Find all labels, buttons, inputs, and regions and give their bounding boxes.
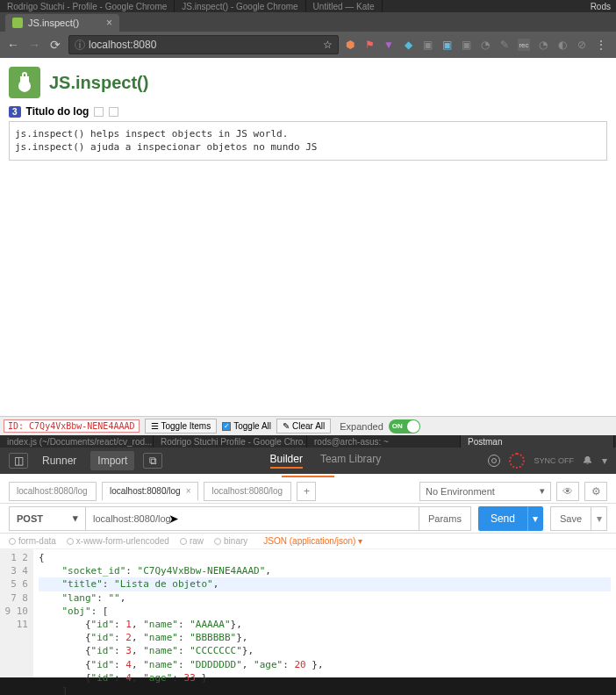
info-icon[interactable]: i (75, 39, 85, 50)
list-icon: ☰ (151, 421, 159, 431)
import-button[interactable]: Import (90, 451, 134, 470)
ext-icon[interactable]: rec (518, 39, 530, 51)
log-body: js.inspect() helps inspect objects in JS… (9, 121, 607, 161)
os-task[interactable]: rods@arch-asus: ~ (307, 435, 461, 448)
ext-icon[interactable]: ▣ (460, 39, 472, 51)
editor-code[interactable]: { "socket_id": "C7Qy4VxBbw-NENE4AAAD", "… (33, 549, 616, 677)
favicon-icon (12, 18, 23, 28)
chevron-down-icon[interactable]: ▾ (602, 455, 607, 467)
expanded-switch[interactable]: ON (389, 419, 420, 433)
postman-header: ◫ Runner Import ⧉ Builder Team Library S… (0, 448, 616, 474)
jsinspect-title: JS.inspect() (49, 73, 148, 93)
url-input[interactable]: i localhost:8080 ☆ (68, 35, 339, 54)
close-icon[interactable]: × (186, 486, 191, 496)
ext-icon[interactable]: ◐ (556, 39, 569, 51)
toggle-all-label: Toggle All (233, 421, 271, 431)
star-icon[interactable]: ☆ (323, 39, 333, 51)
extension-icons: ⬢ ⚑ ▼ ◆ ▣ ▣ ▣ ◔ ✎ rec ◔ ◐ ⊘ ⋮ (344, 39, 611, 51)
forward-icon[interactable]: → (26, 37, 42, 53)
body-type-urlencoded[interactable]: x-www-form-urlencoded (67, 536, 169, 546)
chrome-tab-bar: JS.inspect() × (0, 12, 616, 32)
send-caret[interactable]: ▾ (527, 506, 543, 531)
back-icon[interactable]: ← (5, 37, 21, 53)
close-icon[interactable]: × (106, 17, 112, 29)
os-task[interactable]: Untitled — Kate (306, 0, 383, 12)
ext-icon[interactable]: ⚑ (363, 39, 376, 51)
request-url-input[interactable]: localhost:8080/log (86, 506, 419, 531)
log-title-row: 3 Titulo do log (9, 105, 607, 118)
log-title: Titulo do log (26, 105, 90, 118)
save-caret[interactable]: ▾ (591, 506, 607, 531)
postman-request-row: POST ▾ localhost:8080/log Params Send ▾ … (0, 504, 616, 534)
interceptor-icon[interactable] (488, 455, 500, 467)
controls-bar: ID: C7Qy4VxBbw-NENE4AAAD ☰ Toggle Items … (0, 416, 616, 435)
ext-icon[interactable]: ▼ (383, 39, 395, 51)
method-label: POST (17, 513, 43, 524)
reload-icon[interactable]: ⟳ (47, 37, 63, 53)
url-text: localhost:8080 (89, 39, 156, 51)
bell-icon[interactable]: 🔔︎ (583, 455, 593, 467)
body-type-label: raw (190, 536, 204, 546)
copy-icon[interactable] (109, 107, 118, 117)
os-task[interactable]: Postman (461, 435, 614, 448)
page-content: JS.inspect() 3 Titulo do log js.inspect(… (0, 58, 616, 416)
switch-knob (407, 420, 419, 433)
ext-icon[interactable]: ▣ (421, 39, 433, 51)
expanded-label: Expanded (340, 421, 383, 432)
chrome-url-bar: ← → ⟳ i localhost:8080 ☆ ⬢ ⚑ ▼ ◆ ▣ ▣ ▣ ◔… (0, 32, 616, 58)
runner-button[interactable]: Runner (37, 453, 82, 469)
os-task[interactable]: Rodrigo Stuchi - Profile - Google Chrome (0, 0, 175, 12)
environment-label: No Environment (426, 486, 495, 497)
ext-icon[interactable]: ✎ (498, 39, 511, 51)
request-tab[interactable]: localhost:8080/log × (102, 482, 198, 501)
editor-gutter: 1 2 3 4 5 6 7 8 9 10 11 (0, 549, 33, 677)
tab-team-library[interactable]: Team Library (320, 453, 381, 469)
ext-icon[interactable]: ◆ (402, 39, 414, 51)
toggle-all-checkbox[interactable]: ✓ Toggle All (222, 421, 271, 431)
ext-icon[interactable]: ▣ (441, 39, 453, 51)
save-button[interactable]: Save (550, 506, 591, 531)
toggle-items-button[interactable]: ☰ Toggle Items (145, 419, 218, 433)
ext-icon[interactable]: ⊘ (576, 39, 588, 51)
content-type-select[interactable]: JSON (application/json) ▾ (263, 536, 362, 546)
postman-editor[interactable]: 1 2 3 4 5 6 7 8 9 10 11 { "socket_id": "… (0, 549, 616, 677)
socket-id-chip: ID: C7Qy4VxBbw-NENE4AAAD (4, 419, 140, 433)
body-type-label: x-www-form-urlencoded (76, 536, 169, 546)
send-button[interactable]: Send (478, 506, 527, 531)
environment-select[interactable]: No Environment ▾ (419, 482, 551, 501)
body-type-raw[interactable]: raw (180, 536, 204, 546)
os-task[interactable]: Rodrigo Stuchi Profile - Google Chro... (154, 435, 307, 448)
copy-icon[interactable] (94, 107, 104, 117)
request-tab-label: localhost:8080/log (17, 486, 88, 496)
os-taskbar-top: Rodrigo Stuchi - Profile - Google Chrome… (0, 0, 616, 12)
os-task[interactable]: index.js (~/Documents/react/cv_rod... (0, 435, 154, 448)
env-preview-icon[interactable]: 👁 (556, 482, 579, 501)
postman-tabs-row: localhost:8080/log localhost:8080/log × … (0, 479, 616, 504)
body-type-label: form-data (18, 536, 56, 546)
add-tab-button[interactable]: + (297, 482, 316, 501)
clear-all-label: Clear All (292, 421, 325, 431)
chrome-tab[interactable]: JS.inspect() × (5, 14, 119, 32)
clear-all-button[interactable]: ✎ Clear All (276, 419, 331, 433)
request-tab[interactable]: localhost:8080/log (204, 482, 291, 501)
os-task[interactable]: JS.inspect() - Google Chrome (175, 0, 305, 12)
ext-icon[interactable]: ◔ (479, 39, 491, 51)
content-type-label: JSON (application/json) (263, 536, 355, 546)
tab-title: JS.inspect() (28, 18, 79, 28)
ext-icon[interactable]: ◔ (537, 39, 549, 51)
params-button[interactable]: Params (419, 506, 471, 531)
toggle-items-label: Toggle Items (161, 421, 211, 431)
body-type-form-data[interactable]: form-data (9, 536, 56, 546)
sidebar-toggle-icon[interactable]: ◫ (9, 453, 28, 469)
menu-icon[interactable]: ⋮ (595, 39, 607, 51)
new-window-icon[interactable]: ⧉ (143, 453, 162, 469)
sync-icon[interactable] (509, 453, 525, 469)
jsinspect-logo-icon (9, 67, 40, 98)
os-taskbar-right: Rods (585, 2, 616, 11)
ext-icon[interactable]: ⬢ (344, 39, 356, 51)
tab-builder[interactable]: Builder (270, 453, 303, 469)
body-type-binary[interactable]: binary (214, 536, 247, 546)
gear-icon[interactable]: ⚙ (584, 482, 607, 501)
request-tab[interactable]: localhost:8080/log (9, 482, 97, 501)
method-select[interactable]: POST ▾ (9, 506, 86, 531)
